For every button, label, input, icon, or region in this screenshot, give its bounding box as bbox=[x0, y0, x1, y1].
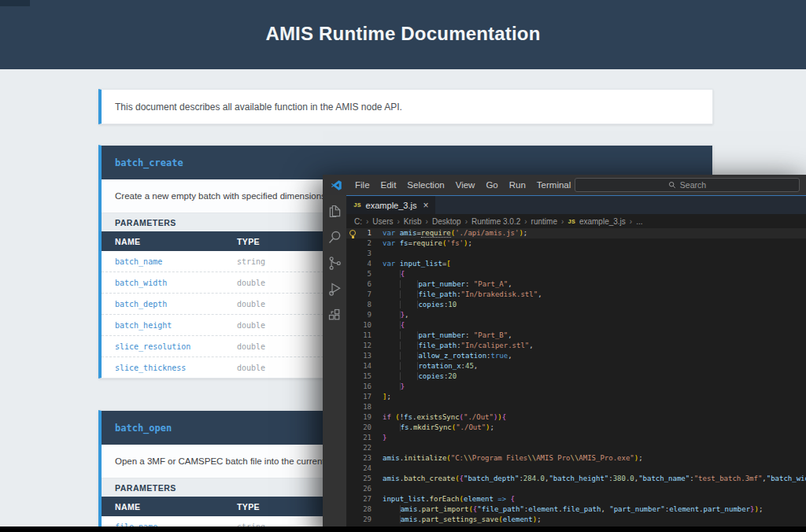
code-text: file_path:"In/caliper.stl", bbox=[372, 341, 534, 351]
code-line-10[interactable]: 10 { bbox=[346, 320, 806, 331]
line-gutter: 17 bbox=[346, 392, 372, 402]
line-gutter: 29 bbox=[346, 515, 372, 525]
menu-terminal[interactable]: Terminal bbox=[531, 175, 576, 195]
line-gutter: 22 bbox=[346, 443, 372, 453]
breadcrumb-chevron-icon: › bbox=[630, 217, 632, 226]
line-gutter: 18 bbox=[346, 402, 372, 412]
code-line-7[interactable]: 7 file_path:"In/brakedisk.stl", bbox=[346, 290, 806, 300]
code-line-25[interactable]: 25amis.batch_create({"batch_depth":284.0… bbox=[346, 474, 806, 484]
menu-edit[interactable]: Edit bbox=[375, 175, 402, 195]
code-line-23[interactable]: 23amis.initialize("C:\\Program Files\\AM… bbox=[346, 453, 806, 464]
param-name: batch_height bbox=[102, 321, 237, 330]
lightbulb-icon[interactable] bbox=[349, 230, 356, 236]
js-file-icon: JS bbox=[353, 201, 361, 209]
code-line-21[interactable]: 21} bbox=[346, 433, 806, 443]
breadcrumb-item[interactable]: runtime bbox=[531, 217, 557, 226]
code-line-29[interactable]: 29 amis.part_settings_save(element); bbox=[346, 515, 806, 525]
line-number: 8 bbox=[346, 300, 372, 310]
line-number: 7 bbox=[346, 290, 372, 300]
line-gutter: 21 bbox=[346, 433, 372, 443]
line-gutter: 9 bbox=[346, 310, 372, 320]
code-line-24[interactable]: 24 bbox=[346, 464, 806, 474]
close-icon[interactable]: × bbox=[423, 200, 428, 211]
code-line-3[interactable]: 3 bbox=[346, 249, 806, 259]
param-name: slice_thickness bbox=[102, 364, 237, 372]
code-line-26[interactable]: 26 bbox=[346, 484, 806, 494]
breadcrumb-item[interactable]: Users bbox=[372, 217, 393, 226]
menu-bar: FileEditSelectionViewGoRunTerminalHelp bbox=[349, 175, 606, 195]
code-line-18[interactable]: 18 bbox=[346, 402, 806, 412]
line-gutter: 14 bbox=[346, 361, 372, 371]
code-area[interactable]: 1var amis=require('./api/amis.js');2var … bbox=[346, 228, 806, 532]
code-line-12[interactable]: 12 file_path:"In/caliper.stl", bbox=[346, 341, 806, 351]
code-text: var amis=require('./api/amis.js'); bbox=[372, 228, 527, 238]
menu-run[interactable]: Run bbox=[504, 175, 531, 195]
search-sidebar-icon[interactable] bbox=[327, 229, 343, 246]
code-line-4[interactable]: 4var input_list=[ bbox=[346, 259, 806, 269]
breadcrumb-item[interactable]: ... bbox=[636, 217, 642, 226]
code-text: }, bbox=[372, 310, 409, 320]
code-line-1[interactable]: 1var amis=require('./api/amis.js'); bbox=[346, 228, 806, 238]
code-line-15[interactable]: 15 copies:20 bbox=[346, 371, 806, 382]
js-file-icon: JS bbox=[568, 218, 575, 225]
code-line-22[interactable]: 22 bbox=[346, 443, 806, 453]
code-line-27[interactable]: 27input_list.forEach(element => { bbox=[346, 494, 806, 504]
menu-selection[interactable]: Selection bbox=[401, 175, 449, 195]
code-line-8[interactable]: 8 copies:10 bbox=[346, 300, 806, 310]
code-text: amis.initialize("C:\\Program Files\\AMIS… bbox=[372, 453, 643, 464]
breadcrumb-item[interactable]: Krisb bbox=[404, 217, 422, 226]
code-text: { bbox=[372, 269, 405, 279]
param-name: slice_resolution bbox=[102, 342, 237, 351]
breadcrumb-item[interactable]: C: bbox=[354, 217, 362, 226]
code-text: ]; bbox=[372, 392, 391, 402]
search-input[interactable]: Search bbox=[575, 178, 800, 192]
code-text: var fs=require('fs'); bbox=[372, 238, 472, 249]
line-number: 28 bbox=[346, 504, 372, 515]
line-gutter: 4 bbox=[346, 259, 372, 269]
line-number: 6 bbox=[346, 279, 372, 290]
line-number: 13 bbox=[346, 351, 372, 361]
code-text: var input_list=[ bbox=[372, 259, 451, 269]
line-gutter: 12 bbox=[346, 341, 372, 351]
code-line-11[interactable]: 11 part_number: "Part_B", bbox=[346, 331, 806, 341]
line-number: 2 bbox=[346, 238, 372, 249]
code-line-17[interactable]: 17]; bbox=[346, 392, 806, 402]
source-control-icon[interactable] bbox=[327, 255, 343, 272]
line-number: 10 bbox=[346, 320, 372, 331]
code-line-19[interactable]: 19if (!fs.existsSync("./Out")){ bbox=[346, 412, 806, 423]
code-text: amis.part_settings_save(element); bbox=[372, 515, 542, 525]
menu-view[interactable]: View bbox=[450, 175, 481, 195]
vscode-window: FileEditSelectionViewGoRunTerminalHelp ←… bbox=[323, 175, 806, 532]
breadcrumb-item[interactable]: example_3.js bbox=[579, 217, 626, 226]
menu-file[interactable]: File bbox=[349, 175, 375, 195]
explorer-icon[interactable] bbox=[327, 203, 343, 220]
line-gutter: 1 bbox=[346, 228, 372, 238]
breadcrumb-item[interactable]: Runtime 3.0.2 bbox=[471, 217, 520, 226]
code-line-2[interactable]: 2var fs=require('fs'); bbox=[346, 238, 806, 249]
tab-example-3-js[interactable]: JS example_3.js × bbox=[346, 196, 435, 214]
code-text: allow_z_rotation:true, bbox=[372, 351, 512, 361]
code-text: copies:20 bbox=[372, 371, 457, 382]
breadcrumb-chevron-icon: › bbox=[465, 217, 468, 226]
code-line-20[interactable]: 20 fs.mkdirSync("./Out"); bbox=[346, 423, 806, 433]
run-debug-icon[interactable] bbox=[327, 281, 343, 297]
menu-go[interactable]: Go bbox=[480, 175, 503, 195]
breadcrumb-item[interactable]: Desktop bbox=[432, 217, 461, 226]
code-line-14[interactable]: 14 rotation_x:45, bbox=[346, 361, 806, 371]
intro-text: This document describes all available fu… bbox=[115, 102, 402, 113]
code-line-9[interactable]: 9 }, bbox=[346, 310, 806, 320]
activity-bar bbox=[323, 195, 346, 532]
line-number: 14 bbox=[346, 361, 372, 371]
code-line-5[interactable]: 5 { bbox=[346, 269, 806, 279]
code-text bbox=[372, 402, 383, 412]
code-text: input_list.forEach(element => { bbox=[372, 494, 515, 504]
code-text: if (!fs.existsSync("./Out")){ bbox=[372, 412, 506, 423]
extensions-icon[interactable] bbox=[327, 307, 343, 323]
code-line-13[interactable]: 13 allow_z_rotation:true, bbox=[346, 351, 806, 361]
column-header-type: TYPE bbox=[237, 502, 260, 512]
code-line-6[interactable]: 6 part_number: "Part_A", bbox=[346, 279, 806, 290]
line-gutter: 24 bbox=[346, 464, 372, 474]
code-text bbox=[372, 464, 383, 474]
code-line-16[interactable]: 16 } bbox=[346, 382, 806, 392]
code-line-28[interactable]: 28 amis.part_import({"file_path":element… bbox=[346, 504, 806, 515]
